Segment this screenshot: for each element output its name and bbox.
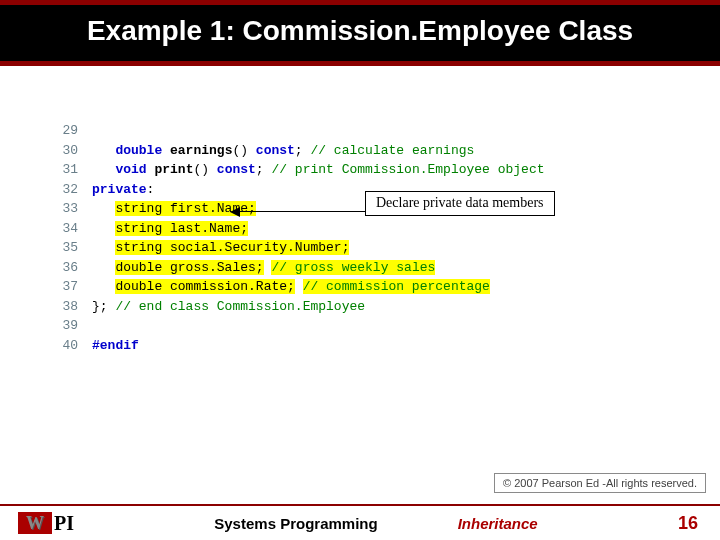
code-frag xyxy=(295,279,303,294)
wpi-logo: W PI xyxy=(18,512,74,535)
code-text: private: xyxy=(92,180,154,200)
code-line: 34 string last.Name; xyxy=(50,219,720,239)
line-number: 29 xyxy=(50,121,78,141)
footer-course: Systems Programming xyxy=(214,515,377,532)
code-line: 40#endif xyxy=(50,336,720,356)
keyword: void xyxy=(115,162,146,177)
code-text: double commission.Rate; // commission pe… xyxy=(92,277,490,297)
code-listing: 29 30 double earnings() const; // calcul… xyxy=(50,121,720,355)
code-text: double gross.Sales; // gross weekly sale… xyxy=(92,258,435,278)
code-frag: () xyxy=(232,143,255,158)
callout-arrow xyxy=(230,207,365,217)
code-line: 37 double commission.Rate; // commission… xyxy=(50,277,720,297)
keyword: #endif xyxy=(92,338,139,353)
code-line: 35 string social.Security.Number; xyxy=(50,238,720,258)
logo-letters: PI xyxy=(54,512,74,535)
comment: // calculate earnings xyxy=(310,143,474,158)
keyword: private xyxy=(92,182,147,197)
code-line: 31 void print() const; // print Commissi… xyxy=(50,160,720,180)
callout-label: Declare private data members xyxy=(365,191,555,216)
slide-footer: W PI Systems Programming Inheritance 16 xyxy=(0,504,720,540)
arrow-line xyxy=(238,211,365,212)
slide-title: Example 1: Commission.Employee Class xyxy=(0,15,720,47)
highlighted-code: string social.Security.Number; xyxy=(115,240,349,255)
line-number: 39 xyxy=(50,316,78,336)
identifier: print xyxy=(147,162,194,177)
page-number: 16 xyxy=(678,513,698,534)
comment: // gross weekly sales xyxy=(271,260,435,275)
footer-topic: Inheritance xyxy=(458,515,538,532)
comment: // commission percentage xyxy=(303,279,490,294)
code-line: 36 double gross.Sales; // gross weekly s… xyxy=(50,258,720,278)
highlighted-code: string last.Name; xyxy=(115,221,248,236)
code-line: 39 xyxy=(50,316,720,336)
title-bar: Example 1: Commission.Employee Class xyxy=(0,0,720,66)
identifier: earnings xyxy=(162,143,232,158)
code-frag: : xyxy=(147,182,155,197)
code-frag: }; xyxy=(92,299,115,314)
line-number: 37 xyxy=(50,277,78,297)
code-frag: () xyxy=(193,162,216,177)
arrow-head-icon xyxy=(230,207,240,217)
code-frag: ; xyxy=(256,162,272,177)
line-number: 35 xyxy=(50,238,78,258)
line-number: 36 xyxy=(50,258,78,278)
code-line: 38}; // end class Commission.Employee xyxy=(50,297,720,317)
line-number: 32 xyxy=(50,180,78,200)
copyright-notice: © 2007 Pearson Ed -All rights reserved. xyxy=(494,473,706,493)
code-line: 29 xyxy=(50,121,720,141)
line-number: 40 xyxy=(50,336,78,356)
keyword: const xyxy=(256,143,295,158)
code-text: void print() const; // print Commission.… xyxy=(92,160,545,180)
code-frag: ; xyxy=(295,143,311,158)
line-number: 34 xyxy=(50,219,78,239)
code-text: double earnings() const; // calculate ea… xyxy=(92,141,474,161)
keyword: double xyxy=(115,143,162,158)
highlighted-code: double gross.Sales; xyxy=(115,260,263,275)
logo-letter: W xyxy=(26,513,44,534)
keyword: const xyxy=(217,162,256,177)
line-number: 30 xyxy=(50,141,78,161)
line-number: 33 xyxy=(50,199,78,219)
line-number: 38 xyxy=(50,297,78,317)
code-text: string last.Name; xyxy=(92,219,248,239)
comment: // print Commission.Employee object xyxy=(271,162,544,177)
comment: // end class Commission.Employee xyxy=(115,299,365,314)
code-text: string social.Security.Number; xyxy=(92,238,349,258)
footer-center: Systems Programming Inheritance xyxy=(74,515,678,532)
logo-badge: W xyxy=(18,512,52,534)
code-line: 30 double earnings() const; // calculate… xyxy=(50,141,720,161)
highlighted-code: double commission.Rate; xyxy=(115,279,294,294)
code-text: #endif xyxy=(92,336,139,356)
code-text: }; // end class Commission.Employee xyxy=(92,297,365,317)
line-number: 31 xyxy=(50,160,78,180)
